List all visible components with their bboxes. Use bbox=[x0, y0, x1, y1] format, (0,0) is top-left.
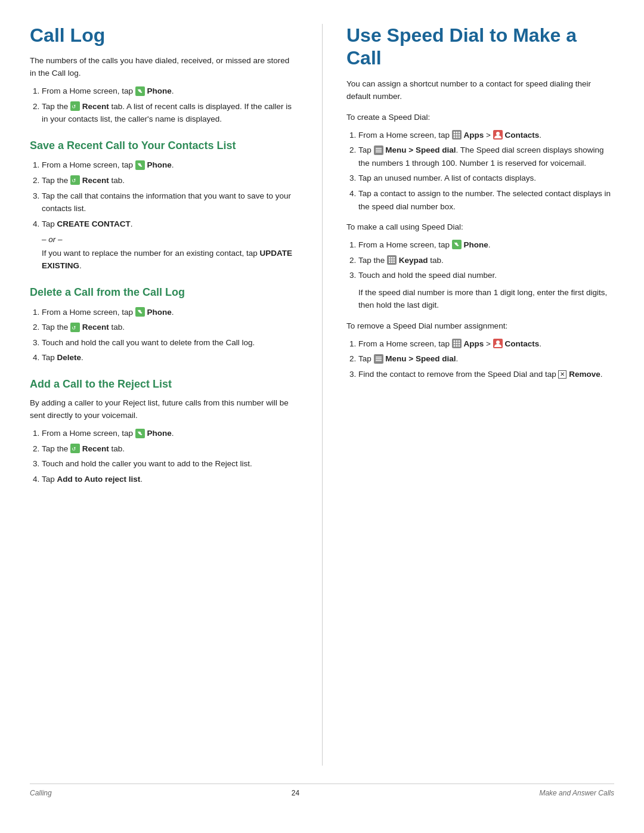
recent-icon: ↺ bbox=[70, 101, 80, 111]
r-section1-step-4: Tap a contact to assign to the number. T… bbox=[358, 187, 614, 213]
section2-steps: From a Home screen, tap Phone. Tap the bbox=[42, 306, 292, 364]
right-column: Use Speed Dial to Make a Call You can as… bbox=[329, 24, 614, 766]
r-section3-step-3: Find the contact to remove from the Spee… bbox=[358, 368, 614, 381]
svg-text:↺: ↺ bbox=[72, 325, 76, 331]
r-section1-step-2: Tap Menu > Speed dial. The Speed dial sc… bbox=[358, 144, 614, 169]
footer-page-number: 24 bbox=[292, 789, 299, 797]
section1-step-1: From a Home screen, tap Phone. bbox=[42, 159, 292, 172]
column-divider bbox=[322, 24, 323, 766]
phone-label-s1: Phone bbox=[147, 160, 172, 169]
recent-label: Recent bbox=[82, 102, 109, 111]
r-section3-step-1: From a Home screen, tap bbox=[358, 337, 614, 351]
svg-text:↺: ↺ bbox=[72, 446, 76, 452]
recent-label-s3: Recent bbox=[82, 444, 109, 453]
r-section2-step-3: Touch and hold the speed dial number. bbox=[358, 269, 614, 282]
recent-icon-s3: ↺ bbox=[70, 444, 80, 453]
svg-point-14 bbox=[456, 131, 457, 133]
footer-left: Calling bbox=[30, 789, 52, 797]
section3-step-1: From a Home screen, tap Phone. bbox=[42, 427, 292, 440]
phone-label: Phone bbox=[147, 86, 172, 95]
r-section2-step-2: Tap the bbox=[358, 254, 614, 267]
r-section1-step-1: From a Home screen, tap bbox=[358, 129, 614, 142]
apps-label-r1: Apps bbox=[464, 131, 484, 140]
apps-label-r3: Apps bbox=[464, 339, 484, 348]
recent-icon-s2: ↺ bbox=[70, 323, 80, 332]
svg-point-16 bbox=[453, 134, 455, 135]
svg-point-13 bbox=[453, 131, 455, 133]
svg-rect-54 bbox=[376, 360, 382, 361]
svg-point-46 bbox=[453, 345, 455, 347]
section2-step-1: From a Home screen, tap Phone. bbox=[42, 306, 292, 319]
section1-steps: From a Home screen, tap Phone. Tap the bbox=[42, 159, 292, 230]
r-section1-step-3: Tap an unused number. A list of contacts… bbox=[358, 172, 614, 185]
phone-icon bbox=[135, 86, 145, 96]
create-contact-label: CREATE CONTACT bbox=[57, 219, 131, 228]
svg-point-43 bbox=[453, 343, 455, 345]
apps-icon-r3 bbox=[452, 339, 462, 348]
svg-point-50 bbox=[496, 340, 500, 344]
svg-rect-32 bbox=[394, 257, 395, 259]
update-existing-label: UPDATE EXISTING bbox=[42, 249, 292, 270]
svg-rect-53 bbox=[376, 358, 382, 360]
svg-point-47 bbox=[456, 345, 457, 347]
section1-step-2: Tap the ↺ Recent tab. bbox=[42, 174, 292, 187]
left-column: Call Log The numbers of the calls you ha… bbox=[30, 24, 316, 766]
recent-label-s1: Recent bbox=[82, 176, 109, 185]
svg-point-19 bbox=[453, 136, 455, 138]
section3-step-4: Tap Add to Auto reject list. bbox=[42, 473, 292, 486]
section1-step-4: Tap CREATE CONTACT. bbox=[42, 218, 292, 231]
svg-point-20 bbox=[456, 136, 457, 138]
menu-label-r1: Menu > Speed dial bbox=[385, 145, 456, 154]
r-section2-note: If the speed dial number is more than 1 … bbox=[358, 287, 614, 312]
svg-point-23 bbox=[496, 132, 500, 135]
section3-step-2: Tap the ↺ Recent tab. bbox=[42, 442, 292, 456]
phone-label-s2: Phone bbox=[147, 308, 172, 317]
make-speeddial-steps: From a Home screen, tap Phone. Tap the bbox=[358, 239, 614, 282]
footer-right: Make and Answer Calls bbox=[539, 789, 614, 797]
section3-title: Add a Call to the Reject List bbox=[30, 377, 292, 391]
section3-step-3: Touch and hold the caller you want to ad… bbox=[42, 457, 292, 470]
auto-reject-label: Add to Auto reject list bbox=[57, 475, 141, 484]
menu-icon-r1 bbox=[374, 145, 383, 155]
section1-step-3: Tap the call that contains the informati… bbox=[42, 190, 292, 215]
contacts-icon-r3 bbox=[493, 339, 503, 348]
section3-intro: By adding a caller to your Reject list, … bbox=[30, 397, 292, 422]
left-title: Call Log bbox=[30, 24, 292, 47]
left-intro: The numbers of the calls you have dialed… bbox=[30, 55, 292, 80]
create-speeddial-steps: From a Home screen, tap bbox=[358, 129, 614, 213]
svg-point-17 bbox=[456, 134, 457, 135]
footer: Calling 24 Make and Answer Calls bbox=[30, 784, 614, 797]
menu-icon-r3 bbox=[374, 354, 383, 364]
svg-point-45 bbox=[458, 343, 460, 345]
menu-label-r3: Menu > Speed dial bbox=[385, 354, 456, 363]
svg-rect-52 bbox=[376, 357, 382, 358]
right-title: Use Speed Dial to Make a Call bbox=[346, 24, 614, 70]
svg-rect-34 bbox=[391, 259, 393, 261]
section2-step-4: Tap Delete. bbox=[42, 351, 292, 364]
svg-point-15 bbox=[458, 131, 460, 133]
page: Call Log The numbers of the calls you ha… bbox=[0, 0, 644, 833]
svg-point-41 bbox=[456, 340, 457, 342]
svg-rect-35 bbox=[394, 259, 395, 261]
svg-point-21 bbox=[458, 136, 460, 138]
or-continuation: If you want to replace the number for an… bbox=[42, 247, 292, 272]
svg-rect-37 bbox=[391, 262, 393, 264]
r-section2-step-1: From a Home screen, tap Phone. bbox=[358, 239, 614, 252]
svg-rect-33 bbox=[389, 259, 391, 261]
keypad-icon-r2 bbox=[387, 255, 397, 265]
svg-rect-25 bbox=[376, 148, 382, 149]
or-block: – or – bbox=[42, 235, 292, 244]
intro-step-1: From a Home screen, tap Phone. bbox=[42, 85, 292, 98]
remove-label: Remove bbox=[569, 370, 600, 379]
x-icon: ✕ bbox=[558, 370, 566, 379]
remove-speeddial-label: To remove a Speed Dial number assignment… bbox=[346, 320, 614, 333]
section2-title: Delete a Call from the Call Log bbox=[30, 286, 292, 299]
create-speeddial-label: To create a Speed Dial: bbox=[346, 112, 614, 124]
svg-rect-27 bbox=[376, 151, 382, 153]
svg-point-40 bbox=[453, 340, 455, 342]
recent-label-s2: Recent bbox=[82, 323, 109, 332]
apps-icon-r1 bbox=[452, 130, 462, 140]
svg-text:↺: ↺ bbox=[72, 178, 76, 184]
phone-icon-s2 bbox=[135, 307, 145, 317]
phone-icon-r2 bbox=[452, 240, 462, 249]
